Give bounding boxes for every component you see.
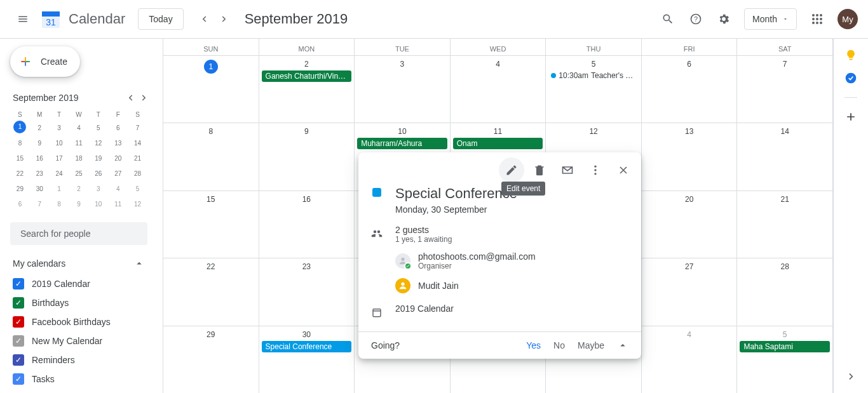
day-cell[interactable]: 4: [642, 326, 738, 393]
response-options-button[interactable]: [617, 340, 628, 351]
mini-day-cell[interactable]: 11: [108, 197, 128, 212]
mini-day-cell[interactable]: 10: [88, 197, 108, 212]
mini-day-cell[interactable]: 7: [30, 197, 50, 212]
google-apps-button[interactable]: [804, 6, 830, 32]
mini-day-cell[interactable]: 14: [128, 136, 147, 151]
event-pill[interactable]: Onam: [453, 138, 543, 149]
mini-day-cell[interactable]: 8: [50, 197, 69, 212]
calendar-checkbox[interactable]: ✓: [13, 278, 24, 290]
mini-day-cell[interactable]: 3: [88, 182, 108, 197]
calendar-checkbox[interactable]: ✓: [13, 316, 24, 328]
mini-day-cell[interactable]: 3: [50, 121, 69, 136]
collapse-panel-button[interactable]: [845, 370, 858, 383]
mini-next-button[interactable]: [139, 92, 150, 103]
day-cell[interactable]: 4: [451, 56, 546, 123]
mini-day-cell[interactable]: 2: [69, 182, 89, 197]
mini-day-cell[interactable]: 27: [108, 166, 128, 182]
close-popup-button[interactable]: [611, 157, 636, 183]
mini-prev-button[interactable]: [125, 92, 136, 103]
calendar-checkbox[interactable]: ✓: [13, 373, 24, 385]
response-maybe-button[interactable]: Maybe: [578, 340, 604, 350]
day-cell[interactable]: 1: [163, 56, 259, 123]
mini-day-cell[interactable]: 9: [69, 197, 89, 212]
mini-day-cell[interactable]: 5: [88, 121, 108, 136]
calendar-checkbox[interactable]: ✓: [13, 335, 24, 347]
event-pill[interactable]: Special Conference: [262, 341, 352, 352]
event-pill[interactable]: Maha Saptami: [740, 341, 830, 352]
mini-day-cell[interactable]: 28: [128, 166, 147, 182]
calendar-item[interactable]: ✓2019 Calendar: [13, 274, 150, 293]
my-calendars-toggle[interactable]: My calendars: [13, 255, 150, 272]
mini-day-cell[interactable]: 9: [30, 136, 50, 151]
mini-day-cell[interactable]: 24: [50, 166, 69, 182]
mini-day-cell[interactable]: 26: [88, 166, 108, 182]
mini-day-cell[interactable]: 8: [10, 136, 30, 151]
calendar-checkbox[interactable]: ✓: [13, 354, 24, 366]
calendar-item[interactable]: ✓New My Calendar: [13, 331, 150, 350]
mini-day-cell[interactable]: 6: [108, 121, 128, 136]
mini-day-cell[interactable]: 21: [128, 151, 147, 166]
mini-day-cell[interactable]: 10: [50, 136, 69, 151]
mini-day-cell[interactable]: 15: [10, 151, 30, 166]
search-button[interactable]: [655, 6, 681, 32]
view-selector[interactable]: Month: [744, 8, 797, 30]
tasks-button[interactable]: [844, 72, 857, 84]
day-cell[interactable]: 30Special Conference: [259, 326, 355, 393]
day-cell[interactable]: 7: [737, 56, 833, 123]
day-cell[interactable]: 15: [163, 191, 259, 258]
event-item[interactable]: 10:30amTeacher's Day: [547, 70, 640, 81]
day-cell[interactable]: 23: [259, 258, 355, 325]
day-cell[interactable]: 2Ganesh Chaturthi/Vinayaka: [259, 56, 355, 123]
day-cell[interactable]: 13: [642, 123, 738, 190]
email-guests-button[interactable]: [555, 157, 580, 183]
mini-day-cell[interactable]: 25: [69, 166, 89, 182]
edit-event-button[interactable]: [499, 157, 524, 183]
mini-day-cell[interactable]: 4: [108, 182, 128, 197]
day-cell[interactable]: 16: [259, 191, 355, 258]
mini-day-cell[interactable]: 7: [128, 121, 147, 136]
day-cell[interactable]: 20: [642, 191, 738, 258]
keep-button[interactable]: [844, 49, 857, 62]
event-pill[interactable]: Ganesh Chaturthi/Vinayaka: [262, 70, 352, 82]
mini-day-cell[interactable]: 6: [10, 197, 30, 212]
event-options-button[interactable]: [583, 157, 608, 183]
mini-day-cell[interactable]: 12: [128, 197, 147, 212]
response-yes-button[interactable]: Yes: [526, 340, 541, 350]
day-cell[interactable]: 5Maha Saptami: [737, 326, 833, 393]
day-cell[interactable]: 28: [737, 258, 833, 325]
prev-month-button[interactable]: [194, 9, 214, 29]
day-cell[interactable]: 21: [737, 191, 833, 258]
day-cell[interactable]: 6: [642, 56, 738, 123]
calendar-item[interactable]: ✓Reminders: [13, 350, 150, 370]
calendar-checkbox[interactable]: ✓: [13, 297, 24, 309]
mini-day-cell[interactable]: 29: [10, 182, 30, 197]
calendar-item[interactable]: ✓Tasks: [13, 370, 150, 389]
calendar-item[interactable]: ✓Facebook Birthdays: [13, 312, 150, 331]
mini-day-cell[interactable]: 18: [69, 151, 89, 166]
mini-day-cell[interactable]: 11: [69, 136, 89, 151]
settings-button[interactable]: [711, 6, 736, 32]
mini-day-cell[interactable]: 19: [88, 151, 108, 166]
mini-day-cell[interactable]: 1: [50, 182, 69, 197]
day-cell[interactable]: 22: [163, 258, 259, 325]
mini-day-cell[interactable]: 20: [108, 151, 128, 166]
mini-day-cell[interactable]: 1: [13, 121, 26, 133]
day-cell[interactable]: 27: [642, 258, 738, 325]
mini-day-cell[interactable]: 30: [30, 182, 50, 197]
day-cell[interactable]: 9: [259, 123, 355, 190]
main-menu-button[interactable]: [10, 6, 36, 32]
day-cell[interactable]: 510:30amTeacher's Day: [546, 56, 642, 123]
account-avatar[interactable]: My: [837, 9, 858, 29]
day-cell[interactable]: 8: [163, 123, 259, 190]
delete-event-button[interactable]: [527, 157, 552, 183]
mini-day-cell[interactable]: 13: [108, 136, 128, 151]
mini-day-cell[interactable]: 23: [30, 166, 50, 182]
day-cell[interactable]: 3: [355, 56, 451, 123]
event-pill[interactable]: Muharram/Ashura: [357, 138, 447, 149]
today-button[interactable]: Today: [138, 8, 183, 30]
calendar-item[interactable]: ✓Birthdays: [13, 293, 150, 312]
mini-day-cell[interactable]: 16: [30, 151, 50, 166]
next-month-button[interactable]: [214, 9, 234, 29]
mini-day-cell[interactable]: 2: [30, 121, 50, 136]
response-no-button[interactable]: No: [553, 340, 565, 350]
